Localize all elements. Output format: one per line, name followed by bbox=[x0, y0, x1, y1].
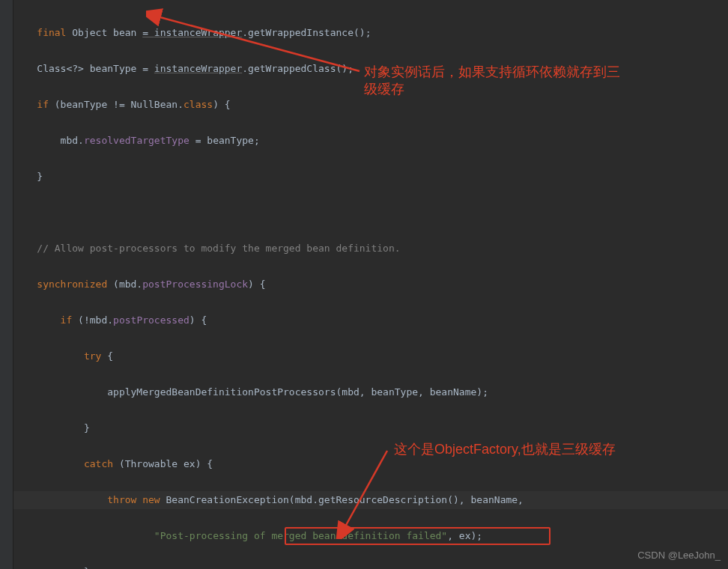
code-line: if (!mbd.postProcessed) { bbox=[13, 311, 541, 329]
code-line: applyMergedBeanDefinitionPostProcessors(… bbox=[13, 383, 541, 401]
code-line: throw new BeanCreationException(mbd.getR… bbox=[13, 491, 541, 509]
annotation-text-1: 对象实例话后，如果支持循环依赖就存到三 级缓存 bbox=[364, 64, 664, 99]
watermark: CSDN @LeeJohn_ bbox=[637, 547, 721, 565]
highlight-box bbox=[285, 527, 550, 545]
code-line: synchronized (mbd.postProcessingLock) { bbox=[13, 276, 541, 293]
code-line: } bbox=[13, 563, 541, 569]
code-line: // Allow post-processors to modify the m… bbox=[13, 240, 541, 258]
code-line: final Object bean = instanceWrapper.getW… bbox=[13, 24, 541, 42]
code-line: try { bbox=[13, 347, 541, 365]
editor-gutter bbox=[0, 0, 13, 569]
annotation-text-2: 这个是ObjectFactory,也就是三级缓存 bbox=[394, 440, 616, 458]
code-line bbox=[13, 204, 541, 222]
code-line: } bbox=[13, 168, 541, 186]
code-line: mbd.resolvedTargetType = beanType; bbox=[13, 132, 541, 150]
code-line: } bbox=[13, 419, 541, 437]
